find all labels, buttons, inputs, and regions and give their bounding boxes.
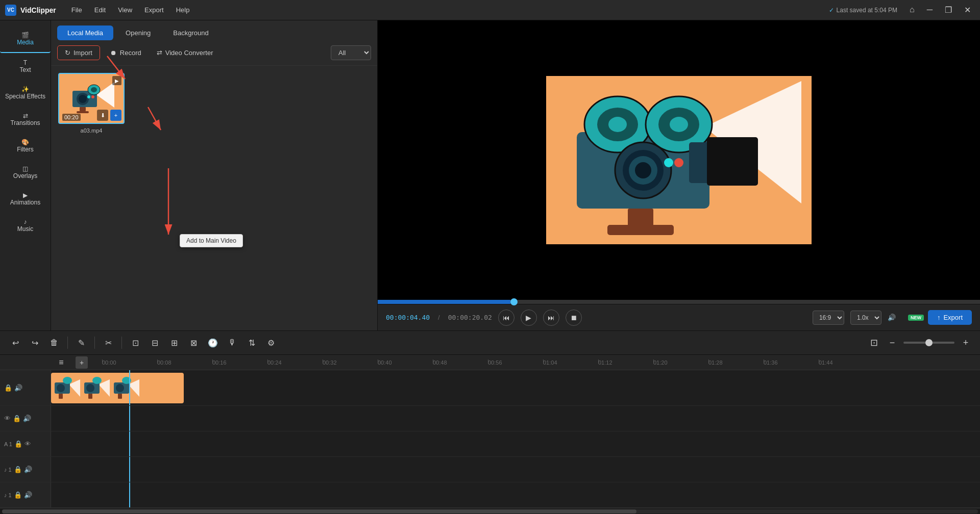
toolbar-right: ⊡ − + bbox=[867, 336, 973, 350]
ruler-mark-9: 01:12 bbox=[598, 359, 653, 366]
clip-preview-svg-3 bbox=[112, 374, 139, 402]
audio-sync-button[interactable]: ⇅ bbox=[243, 335, 260, 351]
crop-button[interactable]: ⊠ bbox=[185, 335, 202, 351]
track-content-audio-2 bbox=[51, 482, 980, 507]
fit-view-button[interactable]: ⊡ bbox=[867, 336, 881, 350]
sidebar-item-overlays[interactable]: ◫ Overlays bbox=[0, 159, 51, 186]
track-label-text: A 1 🔒 👁 bbox=[0, 431, 51, 456]
timeline-menu-button[interactable]: ≡ bbox=[51, 355, 71, 370]
sidebar-item-animations[interactable]: ▶ Animations bbox=[0, 186, 51, 212]
prev-frame-button[interactable]: ⏮ bbox=[498, 310, 514, 326]
svg-point-33 bbox=[674, 158, 683, 167]
track-volume-icon[interactable]: 🔊 bbox=[14, 384, 22, 392]
track-vol-icon-audio-2[interactable]: 🔊 bbox=[24, 491, 32, 499]
trim-right-button[interactable]: ⊞ bbox=[166, 335, 182, 351]
tab-local-media[interactable]: Local Media bbox=[57, 25, 113, 40]
menu-edit[interactable]: Edit bbox=[89, 4, 111, 16]
stop-button[interactable]: ⏹ bbox=[566, 310, 582, 326]
menu-export[interactable]: Export bbox=[139, 4, 169, 16]
app-logo: VC bbox=[5, 5, 16, 16]
track-lock-icon-audio-1[interactable]: 🔒 bbox=[14, 466, 22, 473]
video-canvas bbox=[546, 76, 812, 244]
maximize-button[interactable]: ❐ bbox=[941, 4, 956, 16]
timeline-scrubber[interactable] bbox=[378, 300, 980, 304]
speed-button[interactable]: 🕐 bbox=[205, 335, 221, 351]
media-item-wrapper: ▶ 00:20 ⬇ + Add to Main Video a03.mp4 bbox=[58, 73, 125, 134]
video-converter-button[interactable]: ⇄ Video Converter bbox=[152, 46, 218, 60]
track-icons-main: 🔒 🔊 bbox=[4, 384, 22, 392]
zoom-slider[interactable] bbox=[903, 342, 954, 344]
track-audio2-label: ♪ 1 bbox=[4, 492, 12, 498]
track-label-video-2: 👁 🔒 🔊 bbox=[0, 406, 51, 431]
trim-left-button[interactable]: ⊟ bbox=[146, 335, 163, 351]
next-frame-button[interactable]: ⏭ bbox=[543, 310, 559, 326]
home-icon[interactable]: ⌂ bbox=[905, 4, 919, 16]
scrubber-handle[interactable] bbox=[510, 298, 518, 305]
record-label: Record bbox=[120, 49, 141, 57]
track-eye-icon-text[interactable]: 👁 bbox=[24, 440, 31, 448]
record-button[interactable]: ⏺ Record bbox=[105, 46, 146, 60]
ruler-mark-8: 01:04 bbox=[543, 359, 598, 366]
menu-view[interactable]: View bbox=[113, 4, 137, 16]
zoom-in-button[interactable]: + bbox=[959, 336, 973, 350]
track-vol-icon-audio-1[interactable]: 🔊 bbox=[24, 466, 32, 473]
delete-button[interactable]: 🗑 bbox=[46, 335, 62, 351]
track-lock-icon-2[interactable]: 🔒 bbox=[13, 415, 21, 422]
media-thumbnail[interactable]: ▶ 00:20 ⬇ + bbox=[58, 73, 125, 124]
titlebar: VC VidClipper File Edit View Export Help… bbox=[0, 0, 980, 20]
import-button[interactable]: ↻ Import bbox=[57, 45, 100, 60]
redo-button[interactable]: ↪ bbox=[27, 335, 43, 351]
add-to-main-video-tooltip: Add to Main Video bbox=[180, 234, 243, 247]
aspect-ratio-select[interactable]: 16:9 9:16 1:1 bbox=[813, 311, 844, 325]
sidebar-item-text[interactable]: T Text bbox=[0, 53, 51, 80]
close-button[interactable]: ✕ bbox=[960, 4, 975, 16]
ruler-mark-4: 00:32 bbox=[323, 359, 378, 366]
track-row-text: A 1 🔒 👁 bbox=[0, 431, 980, 457]
media-filter-select[interactable]: All Video Audio Image bbox=[331, 45, 371, 60]
zoom-out-button[interactable]: − bbox=[885, 336, 899, 350]
sidebar-item-music[interactable]: ♪ Music bbox=[0, 212, 51, 239]
ruler-mark-11: 01:28 bbox=[708, 359, 764, 366]
scrollbar-track bbox=[2, 509, 978, 513]
preview-area: 00:00:04.40 / 00:00:20.02 ⏮ ▶ ⏭ ⏹ 16:9 9… bbox=[378, 20, 980, 330]
undo-button[interactable]: ↩ bbox=[7, 335, 23, 351]
track-icons-audio-1: ♪ 1 🔒 🔊 bbox=[4, 466, 32, 473]
current-time: 00:00:04.40 bbox=[386, 314, 430, 321]
ruler-mark-13: 01:44 bbox=[819, 359, 874, 366]
import-label: Import bbox=[74, 49, 92, 57]
tab-opening[interactable]: Opening bbox=[115, 25, 161, 40]
track-clip-main[interactable] bbox=[51, 373, 184, 403]
minimize-button[interactable]: ─ bbox=[923, 4, 937, 16]
menu-help[interactable]: Help bbox=[171, 4, 195, 16]
thumb-add-icon[interactable]: + bbox=[110, 110, 121, 121]
tab-background[interactable]: Background bbox=[163, 25, 218, 40]
track-eye-icon[interactable]: 👁 bbox=[4, 415, 11, 422]
track-lock-icon-text[interactable]: 🔒 bbox=[14, 440, 22, 448]
sidebar-item-transitions[interactable]: ⇄ Transitions bbox=[0, 106, 51, 133]
track-lock-icon-audio-2[interactable]: 🔒 bbox=[14, 491, 22, 499]
track-vol-icon-2[interactable]: 🔊 bbox=[23, 415, 31, 422]
timeline-add-track-button[interactable]: + bbox=[76, 356, 88, 369]
svg-rect-47 bbox=[88, 394, 92, 399]
play-button[interactable]: ▶ bbox=[521, 310, 537, 326]
split-button[interactable]: ⊡ bbox=[127, 335, 143, 351]
timeline-ruler: ≡ + 00:00 00:08 00:16 00:24 00:32 00:40 … bbox=[0, 355, 980, 370]
sidebar-item-special-effects[interactable]: ✨ Special Effects bbox=[0, 80, 51, 106]
svg-point-31 bbox=[635, 162, 651, 178]
thumb-save-icon[interactable]: ⬇ bbox=[97, 110, 108, 121]
timeline-scrollbar[interactable] bbox=[0, 508, 980, 514]
voiceover-button[interactable]: 🎙 bbox=[224, 335, 240, 351]
scrollbar-thumb[interactable] bbox=[2, 509, 636, 513]
edit-button[interactable]: ✎ bbox=[73, 335, 89, 351]
menu-file[interactable]: File bbox=[66, 4, 87, 16]
sidebar-item-filters[interactable]: 🎨 Filters bbox=[0, 133, 51, 159]
export-button[interactable]: ↑ Export bbox=[928, 310, 972, 325]
cut-button[interactable]: ✂ bbox=[100, 335, 116, 351]
svg-point-39 bbox=[57, 384, 65, 392]
playback-speed-select[interactable]: 1.0x 0.5x 2.0x bbox=[850, 311, 881, 325]
volume-icon[interactable]: 🔊 bbox=[888, 314, 896, 321]
media-tabs: Local Media Opening Background bbox=[51, 20, 377, 40]
sidebar-item-media[interactable]: 🎬 Media bbox=[0, 25, 51, 53]
settings-button[interactable]: ⚙ bbox=[263, 335, 279, 351]
track-lock-icon[interactable]: 🔒 bbox=[4, 384, 12, 392]
